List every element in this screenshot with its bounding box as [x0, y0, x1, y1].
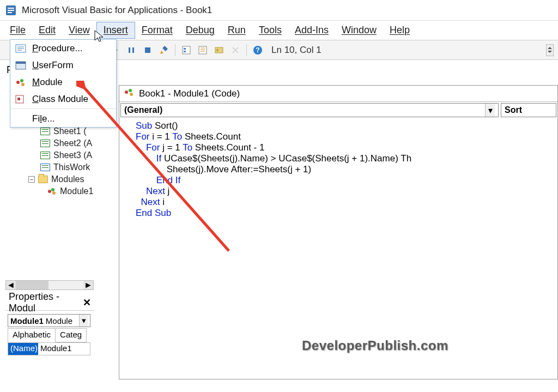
code-window-title-text: Book1 - Module1 (Code): [139, 88, 240, 99]
break-icon[interactable]: [124, 43, 138, 57]
module-icon: [124, 88, 135, 99]
svg-rect-9: [132, 47, 134, 53]
svg-rect-12: [183, 46, 190, 54]
tree-node-sheet2[interactable]: Sheet2 (A: [16, 137, 94, 149]
design-mode-icon[interactable]: [157, 43, 171, 57]
insert-menu-label: File...: [32, 113, 55, 124]
menu-view[interactable]: View: [62, 22, 96, 38]
properties-grid: (Name) Module1: [8, 342, 90, 355]
tree-node-sheet3[interactable]: Sheet3 (A: [16, 149, 94, 161]
scroll-track[interactable]: [16, 281, 83, 290]
tree-label: ThisWork: [53, 162, 90, 172]
tree-node-modules-folder[interactable]: −Modules: [16, 173, 94, 185]
project-explorer-icon[interactable]: [179, 43, 193, 57]
tree-label: Sheet2 (A: [53, 138, 92, 148]
workbook-icon: [40, 164, 50, 171]
chevron-down-icon[interactable]: ▾: [485, 104, 495, 117]
help-icon[interactable]: ?: [251, 43, 265, 57]
svg-rect-11: [162, 46, 168, 51]
svg-point-31: [125, 91, 128, 94]
svg-point-28: [48, 190, 51, 193]
svg-point-29: [51, 188, 54, 191]
menu-file[interactable]: File: [3, 22, 32, 38]
tree-label: Modules: [51, 174, 84, 184]
insert-menu-file[interactable]: File...: [10, 110, 116, 127]
procedure-selector[interactable]: Sort: [501, 103, 556, 117]
object-selector[interactable]: (General)▾: [120, 103, 499, 117]
folder-icon: [38, 176, 48, 183]
properties-window-icon[interactable]: [196, 43, 210, 57]
svg-rect-10: [145, 47, 150, 53]
svg-rect-15: [199, 46, 207, 54]
separator: [246, 44, 247, 56]
menu-tools[interactable]: Tools: [252, 22, 288, 38]
tab-categorized[interactable]: Categ: [55, 328, 87, 342]
menu-window[interactable]: Window: [335, 22, 383, 38]
toolbar-overflow-button[interactable]: [546, 44, 554, 56]
userform-icon: [15, 59, 27, 71]
close-icon[interactable]: ✕: [82, 297, 93, 309]
insert-menu-procedure[interactable]: Procedure...: [10, 40, 116, 57]
project-explorer-hscroll[interactable]: ◄ ►: [5, 280, 94, 290]
properties-window-title: Properties - Modul ✕: [5, 294, 94, 311]
code-window-titlebar[interactable]: Book1 - Module1 (Code): [119, 86, 557, 102]
menu-help[interactable]: Help: [383, 22, 416, 38]
svg-rect-2: [8, 10, 14, 11]
menu-insert[interactable]: Insert: [96, 22, 135, 39]
insert-menu-label: UserForm: [32, 60, 74, 71]
svg-point-23: [16, 81, 20, 84]
tree-node-thisworkbook[interactable]: ThisWork: [16, 161, 94, 173]
scroll-right-button[interactable]: ►: [83, 281, 93, 290]
insert-menu-userform[interactable]: UserForm: [10, 57, 116, 74]
combo-name: Module1: [10, 316, 44, 325]
cursor-position-status: Ln 10, Col 1: [271, 45, 322, 56]
svg-point-30: [52, 191, 56, 195]
svg-point-25: [21, 83, 25, 86]
svg-point-32: [129, 89, 132, 92]
insert-menu-module[interactable]: Module: [10, 74, 116, 91]
menu-format[interactable]: Format: [135, 22, 179, 38]
svg-rect-27: [17, 98, 20, 100]
svg-point-24: [20, 79, 23, 82]
scroll-thumb[interactable]: [16, 281, 48, 290]
properties-object-selector[interactable]: Module1 Module ▾: [8, 314, 90, 327]
svg-rect-1: [8, 8, 14, 9]
tree-label: Module1: [60, 186, 93, 196]
reset-icon[interactable]: [141, 43, 155, 57]
procedure-icon: [15, 43, 27, 55]
code-window: Book1 - Module1 (Code) (General)▾ Sort S…: [119, 85, 558, 379]
svg-rect-14: [184, 51, 186, 52]
combo-type: Module: [46, 316, 72, 325]
code-editor[interactable]: Sub Sort()For i = 1 To Sheets.Count For …: [119, 118, 557, 221]
expander-icon[interactable]: −: [28, 176, 35, 183]
svg-rect-22: [16, 62, 26, 64]
module-icon: [47, 188, 57, 195]
tree-label: Sheet1 (: [53, 126, 86, 136]
object-selector-value: (General): [124, 105, 162, 115]
window-title: Microsoft Visual Basic for Applications …: [22, 5, 212, 16]
scroll-left-button[interactable]: ◄: [6, 281, 16, 290]
worksheet-icon: [40, 140, 50, 147]
menu-separator: [10, 108, 116, 109]
menu-run[interactable]: Run: [221, 22, 252, 38]
object-browser-icon[interactable]: [212, 43, 226, 57]
insert-menu-label: Class Module: [32, 94, 88, 105]
tab-alphabetic[interactable]: Alphabetic: [8, 328, 56, 342]
toolbox-icon[interactable]: [228, 43, 242, 57]
insert-menu-class-module[interactable]: Class Module: [10, 91, 116, 107]
menu-edit[interactable]: Edit: [32, 22, 62, 38]
chevron-down-icon[interactable]: ▾: [79, 315, 88, 327]
vba-app-icon: [4, 4, 17, 17]
tree-node-module1[interactable]: Module1: [16, 185, 94, 197]
procedure-selector-value: Sort: [505, 105, 522, 115]
svg-rect-3: [8, 12, 12, 13]
property-key: (Name): [8, 343, 38, 355]
menubar: File Edit View Insert Format Debug Run T…: [0, 21, 558, 40]
project-explorer-tree[interactable]: Sheet1 ( Sheet2 (A Sheet3 (A ThisWork −M…: [16, 125, 94, 197]
property-row[interactable]: (Name) Module1: [8, 343, 90, 355]
titlebar: Microsoft Visual Basic for Applications …: [0, 0, 558, 21]
menu-addins[interactable]: Add-Ins: [288, 22, 335, 38]
menu-debug[interactable]: Debug: [179, 22, 221, 38]
svg-text:?: ?: [256, 46, 259, 54]
property-value[interactable]: Module1: [38, 343, 90, 355]
